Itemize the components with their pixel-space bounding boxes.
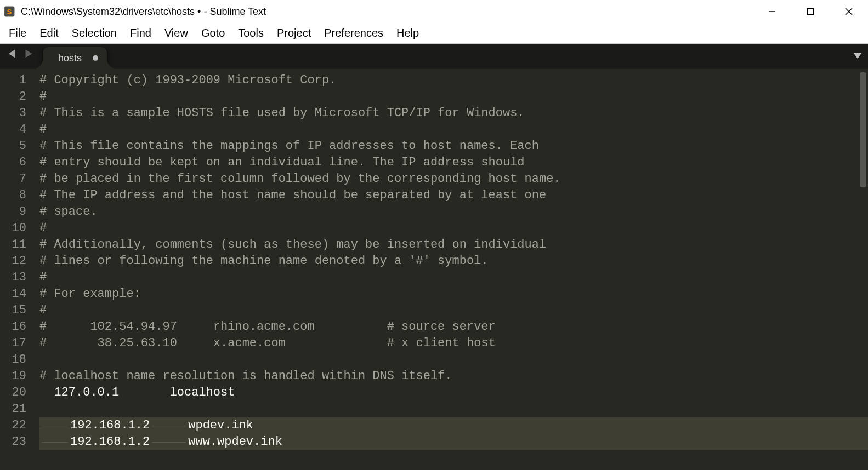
code-line[interactable]: # For example: <box>39 286 868 302</box>
code-line[interactable]: 192.168.1.2wpdev.ink <box>39 417 868 434</box>
menu-project[interactable]: Project <box>270 25 317 42</box>
line-number: 22 <box>0 417 34 434</box>
line-number: 12 <box>0 253 34 270</box>
svg-marker-7 <box>26 50 32 58</box>
code-line[interactable] <box>39 352 868 368</box>
code-line[interactable]: # localhost name resolution is handled w… <box>39 368 868 385</box>
line-number: 17 <box>0 335 34 352</box>
line-number: 2 <box>0 89 34 105</box>
window-titlebar: S C:\Windows\System32\drivers\etc\hosts … <box>0 0 868 23</box>
menu-file[interactable]: File <box>2 25 33 42</box>
line-number: 18 <box>0 352 34 368</box>
code-line[interactable]: # lines or following the machine name de… <box>39 253 868 270</box>
svg-text:S: S <box>7 8 12 16</box>
line-number: 3 <box>0 105 34 122</box>
vertical-scrollbar[interactable] <box>860 72 866 187</box>
menu-help[interactable]: Help <box>390 25 426 42</box>
window-title: C:\Windows\System32\drivers\etc\hosts • … <box>21 6 266 18</box>
line-number: 7 <box>0 171 34 187</box>
code-line[interactable] <box>39 401 868 417</box>
window-controls <box>753 0 868 23</box>
menu-find[interactable]: Find <box>123 25 158 42</box>
code-line[interactable]: # The IP address and the host name shoul… <box>39 187 868 204</box>
svg-rect-3 <box>808 9 814 15</box>
tab-overflow-icon[interactable] <box>853 50 863 62</box>
line-number: 10 <box>0 220 34 237</box>
menu-tools[interactable]: Tools <box>231 25 270 42</box>
dirty-indicator-icon <box>93 55 98 61</box>
code-line[interactable]: # Copyright (c) 1993-2009 Microsoft Corp… <box>39 72 868 89</box>
code-line[interactable]: # space. <box>39 204 868 220</box>
menu-bar: FileEditSelectionFindViewGotoToolsProjec… <box>0 23 868 44</box>
code-line[interactable]: # This file contains the mappings of IP … <box>39 138 868 154</box>
line-number: 15 <box>0 302 34 319</box>
line-number: 11 <box>0 237 34 253</box>
line-number: 19 <box>0 368 34 385</box>
code-line[interactable]: # This is a sample HOSTS file used by Mi… <box>39 105 868 122</box>
code-line[interactable]: # be placed in the first column followed… <box>39 171 868 187</box>
line-number: 21 <box>0 401 34 417</box>
code-line[interactable]: # <box>39 270 868 286</box>
maximize-button[interactable] <box>791 0 830 23</box>
line-number: 23 <box>0 434 34 450</box>
code-line[interactable]: # entry should be kept on an individual … <box>39 154 868 171</box>
nav-back-icon[interactable] <box>8 49 18 61</box>
line-number: 4 <box>0 122 34 138</box>
line-number: 6 <box>0 154 34 171</box>
line-number: 1 <box>0 72 34 89</box>
menu-edit[interactable]: Edit <box>33 25 65 42</box>
close-button[interactable] <box>830 0 868 23</box>
menu-selection[interactable]: Selection <box>65 25 123 42</box>
svg-marker-6 <box>9 50 15 58</box>
tab-strip: hosts <box>0 44 868 69</box>
minimize-button[interactable] <box>753 0 791 23</box>
code-line[interactable]: 127.0.0.1 localhost <box>39 385 868 401</box>
line-number: 20 <box>0 385 34 401</box>
code-line[interactable]: 192.168.1.2www.wpdev.ink <box>39 434 868 450</box>
line-number: 5 <box>0 138 34 154</box>
code-line[interactable]: # <box>39 302 868 319</box>
svg-marker-8 <box>854 53 862 59</box>
code-line[interactable]: # 38.25.63.10 x.acme.com # x client host <box>39 335 868 352</box>
line-number: 8 <box>0 187 34 204</box>
line-number-gutter: 1234567891011121314151617181920212223 <box>0 69 34 470</box>
menu-goto[interactable]: Goto <box>195 25 231 42</box>
code-line[interactable]: # <box>39 122 868 138</box>
code-line[interactable]: # Additionally, comments (such as these)… <box>39 237 868 253</box>
menu-preferences[interactable]: Preferences <box>317 25 390 42</box>
code-line[interactable]: # <box>39 220 868 237</box>
line-number: 16 <box>0 319 34 335</box>
code-line[interactable]: # 102.54.94.97 rhino.acme.com # source s… <box>39 319 868 335</box>
editor-area[interactable]: 1234567891011121314151617181920212223 # … <box>0 69 868 470</box>
line-number: 9 <box>0 204 34 220</box>
code-content[interactable]: # Copyright (c) 1993-2009 Microsoft Corp… <box>34 69 868 470</box>
tab-label: hosts <box>58 53 82 64</box>
tab-hosts[interactable]: hosts <box>43 47 107 69</box>
menu-view[interactable]: View <box>158 25 195 42</box>
line-number: 14 <box>0 286 34 302</box>
line-number: 13 <box>0 270 34 286</box>
app-icon: S <box>3 5 15 18</box>
code-line[interactable]: # <box>39 89 868 105</box>
